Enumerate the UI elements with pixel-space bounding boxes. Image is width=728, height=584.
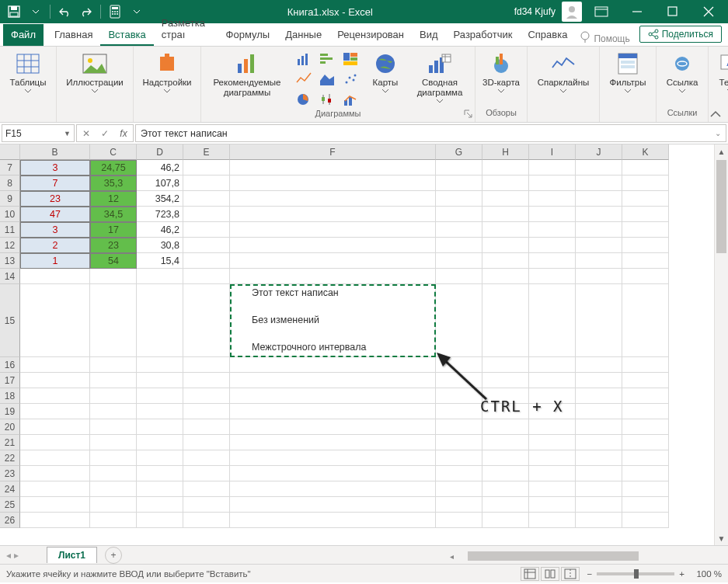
cell[interactable]: [576, 284, 622, 357]
pivot-chart-button[interactable]: Сводная диаграмма: [409, 50, 470, 103]
row-header[interactable]: 18: [0, 388, 20, 404]
cell[interactable]: [230, 404, 436, 419]
tab-главная[interactable]: Главная: [47, 24, 100, 46]
cell[interactable]: [436, 191, 482, 207]
cell[interactable]: [90, 497, 137, 513]
cell[interactable]: [183, 253, 230, 269]
row-header[interactable]: 22: [0, 450, 20, 466]
cell[interactable]: [183, 450, 230, 466]
cell[interactable]: 1: [20, 253, 90, 269]
cell[interactable]: 15,4: [137, 253, 183, 269]
col-header-J[interactable]: J: [576, 144, 622, 160]
cell[interactable]: 107,8: [137, 176, 183, 191]
scatter-chart-icon[interactable]: [340, 70, 361, 89]
cell[interactable]: [622, 466, 669, 481]
cell[interactable]: [20, 284, 90, 357]
scrollbar-thumb[interactable]: [716, 160, 726, 253]
sparklines-button[interactable]: Спарклайны: [532, 50, 594, 93]
filters-button[interactable]: Фильтры: [604, 50, 651, 93]
cell[interactable]: [230, 388, 436, 404]
scroll-left-icon[interactable]: ◂: [450, 552, 454, 561]
cell[interactable]: [529, 481, 576, 497]
row-header[interactable]: 7: [0, 160, 20, 176]
col-header-F[interactable]: F: [230, 144, 436, 160]
cell[interactable]: [576, 238, 622, 253]
cell[interactable]: 354,2: [137, 191, 183, 207]
cell[interactable]: [576, 388, 622, 404]
sheet-nav[interactable]: ◂▸: [0, 550, 47, 561]
cell[interactable]: [230, 357, 436, 373]
cell[interactable]: [529, 238, 576, 253]
col-header-H[interactable]: H: [482, 144, 529, 160]
cell[interactable]: [230, 466, 436, 481]
cell[interactable]: [482, 269, 529, 284]
cell[interactable]: [482, 435, 529, 450]
row-header[interactable]: 17: [0, 373, 20, 388]
cell[interactable]: [436, 373, 482, 388]
cell[interactable]: [230, 450, 436, 466]
cell[interactable]: [622, 435, 669, 450]
collapse-ribbon-icon[interactable]: [706, 108, 725, 122]
cell[interactable]: [622, 513, 669, 528]
cell[interactable]: [230, 253, 436, 269]
cell[interactable]: [529, 435, 576, 450]
cell[interactable]: [576, 357, 622, 373]
line-chart-icon[interactable]: [293, 70, 315, 89]
select-all-corner[interactable]: [0, 144, 20, 160]
cell[interactable]: [137, 450, 183, 466]
cell[interactable]: [436, 419, 482, 435]
cell[interactable]: [622, 253, 669, 269]
row-header[interactable]: 19: [0, 404, 20, 419]
cell[interactable]: [436, 513, 482, 528]
cancel-formula-icon[interactable]: ✕: [77, 128, 96, 139]
cell[interactable]: [482, 373, 529, 388]
accept-formula-icon[interactable]: ✓: [96, 128, 114, 139]
cell[interactable]: [90, 284, 137, 357]
cell[interactable]: [436, 238, 482, 253]
cell[interactable]: [20, 450, 90, 466]
normal-view-icon[interactable]: [521, 567, 539, 581]
cell[interactable]: [529, 191, 576, 207]
cell[interactable]: [482, 253, 529, 269]
3d-map-button[interactable]: 3D-карта: [480, 50, 522, 93]
row-header[interactable]: 13: [0, 253, 20, 269]
tables-button[interactable]: Таблицы: [5, 50, 51, 93]
vertical-scrollbar[interactable]: ▲ ▼: [714, 144, 728, 545]
cell[interactable]: [436, 450, 482, 466]
qat-customize-icon[interactable]: [127, 2, 146, 21]
cell[interactable]: 34,5: [90, 207, 137, 222]
cell[interactable]: [183, 404, 230, 419]
cell[interactable]: [436, 435, 482, 450]
maximize-icon[interactable]: [657, 0, 689, 23]
zoom-in-icon[interactable]: +: [679, 569, 684, 579]
cell[interactable]: [529, 450, 576, 466]
cell[interactable]: [529, 253, 576, 269]
cell[interactable]: [230, 238, 436, 253]
cell[interactable]: [137, 435, 183, 450]
qat-dropdown-icon[interactable]: [26, 2, 45, 21]
cell[interactable]: [20, 373, 90, 388]
row-header[interactable]: 14: [0, 269, 20, 284]
cell[interactable]: [529, 466, 576, 481]
cell[interactable]: [576, 176, 622, 191]
tellme-bulb-icon[interactable]: [580, 31, 590, 46]
row-header[interactable]: 26: [0, 513, 20, 528]
cell[interactable]: [529, 373, 576, 388]
col-header-I[interactable]: I: [529, 144, 576, 160]
cell[interactable]: [230, 435, 436, 450]
cell[interactable]: 35,3: [90, 176, 137, 191]
cell[interactable]: [482, 222, 529, 238]
row-header[interactable]: 11: [0, 222, 20, 238]
cell[interactable]: [137, 388, 183, 404]
cell[interactable]: [482, 450, 529, 466]
col-header-K[interactable]: K: [622, 144, 669, 160]
cell[interactable]: [576, 481, 622, 497]
cell[interactable]: [183, 284, 230, 357]
zoom-out-icon[interactable]: −: [587, 569, 593, 579]
cell[interactable]: [20, 419, 90, 435]
cell[interactable]: [436, 269, 482, 284]
cell[interactable]: 46,2: [137, 222, 183, 238]
cell[interactable]: 47: [20, 207, 90, 222]
cell[interactable]: [20, 357, 90, 373]
close-icon[interactable]: [692, 0, 725, 23]
